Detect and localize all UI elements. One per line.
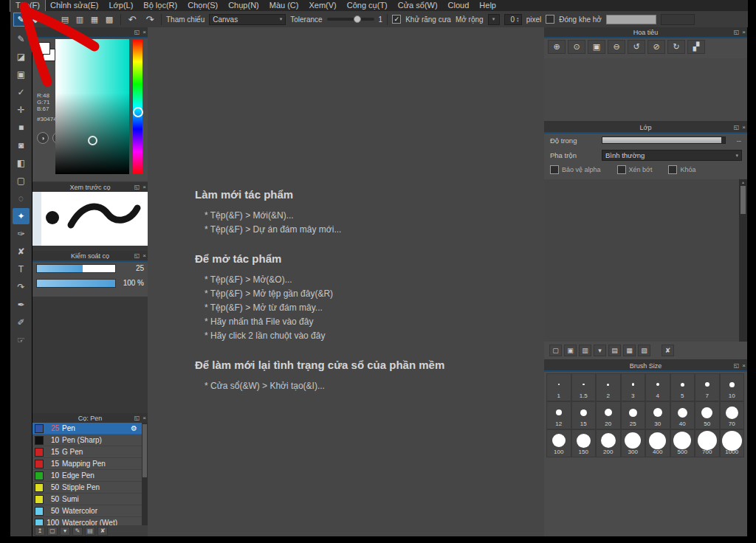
brush-size-cell[interactable]: 12 xyxy=(546,401,571,429)
add-folder-layer-button[interactable]: ▣ xyxy=(564,345,577,356)
add-layer-button[interactable]: ▢ xyxy=(549,345,562,356)
expand-input[interactable]: 0 ▴ ▾ xyxy=(504,14,522,25)
color-wheel-button[interactable]: ◑ xyxy=(37,132,49,144)
spin-down-icon[interactable]: ▾ xyxy=(517,19,519,22)
color-picker-indicator[interactable] xyxy=(88,136,97,145)
slider-knob[interactable] xyxy=(354,15,361,23)
brush-size-cell[interactable]: 20 xyxy=(596,401,621,429)
document-edit-icon[interactable]: ▥ xyxy=(73,13,86,26)
brush-mode-icon[interactable]: ✎ xyxy=(14,13,27,26)
brush-list-item[interactable]: 100Watercolor (Wet) xyxy=(32,517,142,525)
fill-shape-tool[interactable]: ■ xyxy=(13,120,30,136)
brush-tool[interactable]: ✎ xyxy=(13,31,30,47)
pen-tool[interactable]: ✐ xyxy=(13,314,30,331)
import-brush-button[interactable]: ↥ xyxy=(35,527,45,536)
close-panel-icon[interactable]: × xyxy=(142,252,146,259)
menu-item[interactable]: Lớp(L) xyxy=(103,0,138,11)
brush-list-item[interactable]: 50Stipple Pen xyxy=(32,482,142,494)
brush-size-cell[interactable]: 700 xyxy=(695,429,720,457)
menu-item[interactable]: Bộ lọc(R) xyxy=(138,0,182,11)
menu-item[interactable]: Cloud xyxy=(443,0,475,11)
blend-mode-dropdown[interactable]: Bình thường ▾ xyxy=(602,150,742,161)
layer-list[interactable]: ▴ xyxy=(544,179,747,342)
float-panel-icon[interactable]: ◱ xyxy=(734,124,740,131)
document-icon[interactable]: ▤ xyxy=(58,13,72,26)
brush-list-item[interactable]: 25Pen⚙ xyxy=(32,423,142,435)
fit-window-button[interactable]: ▣ xyxy=(588,40,605,54)
brush-size-cell[interactable]: 40 xyxy=(670,401,695,429)
text-tool[interactable]: T xyxy=(13,261,30,277)
brush-opacity-slider[interactable] xyxy=(36,279,116,288)
copy-layer-button[interactable]: ▦ xyxy=(623,345,636,356)
zoom-in-button[interactable]: ⊕ xyxy=(548,40,566,54)
close-panel-icon[interactable]: × xyxy=(742,124,746,131)
snap-tool[interactable]: ✓ xyxy=(13,84,30,100)
brush-list-scrollbar[interactable] xyxy=(142,423,148,525)
saturation-value-picker[interactable] xyxy=(55,39,129,174)
grid-icon[interactable]: ▦ xyxy=(88,13,101,26)
scrollbar-thumb[interactable] xyxy=(142,424,147,477)
brush-size-cell[interactable]: 1000 xyxy=(720,429,745,457)
menu-item[interactable]: Cửa sổ(W) xyxy=(393,0,443,11)
brush-list-item[interactable]: 10Edge Pen xyxy=(32,470,142,482)
float-panel-icon[interactable]: ◱ xyxy=(134,252,140,259)
brush-list-item[interactable]: 50Sumi xyxy=(32,494,142,505)
brush-size-cell[interactable]: 500 xyxy=(670,429,695,457)
scroll-up-icon[interactable]: ▴ xyxy=(742,179,744,184)
menu-item[interactable]: Tệp(F) xyxy=(10,0,45,11)
menu-item[interactable]: Màu (C) xyxy=(264,0,304,11)
spinner-icon[interactable]: ▴ ▾ xyxy=(517,16,519,22)
rotate-reset-button[interactable]: ⊘ xyxy=(647,40,665,54)
stamp-tool[interactable]: ▣ xyxy=(13,66,30,83)
brush-size-cell[interactable]: 70 xyxy=(720,401,745,429)
delete-brush-button[interactable]: ✘ xyxy=(97,527,108,536)
brush-menu-button[interactable]: ▾ xyxy=(60,527,70,536)
close-panel-icon[interactable]: × xyxy=(742,362,746,369)
layer-opacity-slider[interactable] xyxy=(602,136,726,144)
brush-list-item[interactable]: 50Watercolor xyxy=(32,505,142,517)
hue-indicator[interactable] xyxy=(133,107,143,117)
eraser-tool[interactable]: ◪ xyxy=(13,49,30,65)
brush-size-cell[interactable]: 400 xyxy=(645,429,670,457)
edit-brush-button[interactable]: ✎ xyxy=(72,527,83,536)
brush-size-cell[interactable]: 200 xyxy=(596,429,621,457)
canvas-area[interactable]: Làm mới tác phẩm* Tệp(&F) > Mới(&N)...* … xyxy=(148,27,544,536)
foreground-color-swatch[interactable] xyxy=(38,42,50,55)
brush-size-cell[interactable]: 10 xyxy=(720,373,745,401)
delete-layer-button[interactable]: ✘ xyxy=(662,345,674,356)
close-gap-checkbox[interactable] xyxy=(546,15,554,24)
close-panel-icon[interactable]: × xyxy=(142,415,146,421)
float-panel-icon[interactable]: ◱ xyxy=(134,184,140,190)
brush-size-cell[interactable]: 100 xyxy=(546,429,571,457)
brush-size-cell[interactable]: 2 xyxy=(596,373,621,401)
menu-item[interactable]: Công cụ(T) xyxy=(342,0,393,11)
brush-size-cell[interactable]: 3 xyxy=(621,373,646,401)
brush-size-cell[interactable]: 1.5 xyxy=(571,373,597,401)
curve-tool[interactable]: ↷ xyxy=(13,279,30,295)
float-panel-icon[interactable]: ◱ xyxy=(134,415,140,421)
bucket-tool[interactable]: ◙ xyxy=(13,137,30,153)
antialias-checkbox[interactable]: ✓ xyxy=(392,15,401,24)
close-panel-icon[interactable]: × xyxy=(142,29,146,35)
brush-size-cell[interactable]: 300 xyxy=(621,429,646,457)
layer-menu-button[interactable]: ▾ xyxy=(594,345,606,356)
layer-option-checkbox[interactable] xyxy=(550,165,559,174)
scrollbar-thumb[interactable] xyxy=(740,186,746,214)
menu-item[interactable]: Chọn(S) xyxy=(182,0,223,11)
menu-item[interactable]: Chụp(N) xyxy=(223,0,264,11)
brush-size-cell[interactable]: 150 xyxy=(571,429,597,457)
float-panel-icon[interactable]: ◱ xyxy=(134,29,140,35)
lasso-tool[interactable]: ◌ xyxy=(13,190,30,207)
menu-item[interactable]: Chỉnh sửa(E) xyxy=(45,0,103,11)
undo-button[interactable]: ↶ xyxy=(126,13,139,26)
layer-list-scrollbar[interactable]: ▴ xyxy=(739,179,747,342)
brush-list-item[interactable]: 15G Pen xyxy=(32,446,142,458)
float-panel-icon[interactable]: ◱ xyxy=(734,29,740,35)
flip-view-button[interactable]: ▞ xyxy=(687,40,705,54)
tolerance-slider[interactable] xyxy=(327,18,374,21)
magic-wand-tool[interactable]: ✦ xyxy=(13,208,30,224)
redo-button[interactable]: ↷ xyxy=(143,13,157,26)
rotate-cw-button[interactable]: ↻ xyxy=(667,40,685,54)
brush-size-cell[interactable]: 30 xyxy=(645,401,670,429)
close-panel-icon[interactable]: × xyxy=(742,29,746,35)
